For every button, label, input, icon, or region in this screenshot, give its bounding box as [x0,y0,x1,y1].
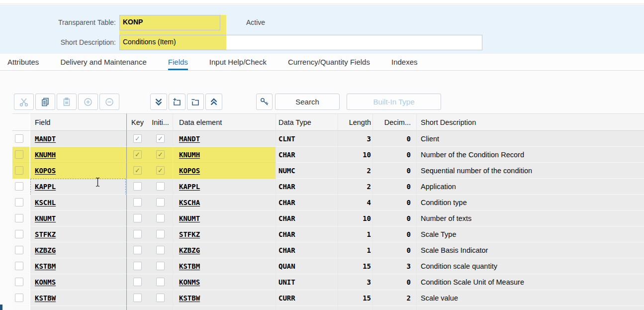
cut-icon [19,97,29,107]
length-value: 1 [367,246,371,254]
data-element-link[interactable]: KSCHA [179,199,200,207]
initial-checkbox[interactable]: ✓ [156,166,165,175]
key-checkbox[interactable] [133,262,142,270]
tab-indexes[interactable]: Indexes [391,54,418,70]
tab-input-help-check[interactable]: Input Help/Check [209,54,267,70]
paste-icon [62,97,72,107]
row-select-checkbox[interactable] [15,230,23,238]
data-element-link[interactable]: KZBZG [179,246,200,254]
initial-checkbox[interactable] [156,230,165,238]
field-link[interactable]: KAPPL [35,183,56,191]
window-corner [0,305,2,310]
data-element-link[interactable]: KNUMT [179,214,200,222]
key-checkbox[interactable]: ✓ [133,166,142,175]
key-checkbox[interactable]: ✓ [133,134,142,143]
row-select-checkbox[interactable] [15,278,23,286]
data-element-link[interactable]: KSTBW [179,294,200,302]
data-element-link[interactable]: KSTBM [179,262,200,270]
tab-attributes[interactable]: Attributes [7,54,39,70]
row-select-checkbox[interactable] [15,214,23,222]
field-link[interactable]: STFKZ [35,230,56,238]
length-value: 15 [363,262,371,270]
data-element-link[interactable]: STFKZ [179,230,200,238]
row-select-checkbox[interactable] [15,166,23,175]
table-row: MANDT✓✓MANDTCLNT30Client [12,131,644,147]
initial-checkbox[interactable] [156,214,165,222]
text-cursor-icon [94,177,101,187]
key-checkbox[interactable] [133,198,142,207]
data-type-value: CHAR [278,246,295,254]
initial-checkbox[interactable]: ✓ [156,134,165,143]
row-select-checkbox[interactable] [15,182,23,191]
insert-row-button[interactable] [169,94,185,110]
key-cell [127,179,148,195]
cut-button[interactable] [14,94,34,110]
field-link[interactable]: KONMS [35,278,56,286]
tab-delivery-and-maintenance[interactable]: Delivery and Maintenance [60,54,146,70]
data-element-link[interactable]: KNUMH [179,151,200,159]
remove-button[interactable] [99,94,119,110]
field-link[interactable]: KZBZG [35,246,56,254]
field-link[interactable]: MANDT [35,135,56,143]
tab-fields[interactable]: Fields [168,54,188,70]
tab-currency-quantity-fields[interactable]: Currency/Quantity Fields [288,54,370,70]
row-select-checkbox[interactable] [15,134,23,143]
row-select-checkbox[interactable] [15,198,23,207]
field-link[interactable]: KSTBM [35,262,56,270]
field-link[interactable]: KOPOS [35,167,56,175]
delete-row-button[interactable] [187,94,204,110]
data-element-link[interactable]: MANDT [179,135,200,143]
data-type-cell: CHAR [276,210,338,226]
initial-checkbox[interactable] [156,198,165,207]
initial-checkbox[interactable] [156,182,165,191]
search-button-label: Search [295,98,319,106]
initial-checkbox[interactable] [156,278,165,286]
table-name-input[interactable]: KONP [119,15,220,30]
initial-checkbox[interactable] [156,294,165,302]
data-type-cell: CHAR [276,147,338,163]
table-row: KNUMTKNUMTCHAR100Number of texts [12,210,644,226]
key-checkbox[interactable]: ✓ [133,150,142,159]
length-value: 15 [363,294,371,302]
delete-row-icon [190,97,200,107]
key-checkbox[interactable] [133,214,142,222]
initial-cell [148,290,173,306]
initial-checkbox[interactable] [156,246,165,254]
builtin-type-button[interactable]: Built-In Type [347,94,441,110]
initial-checkbox[interactable] [156,262,165,270]
data-element-link[interactable]: KONMS [179,278,200,286]
data-element-link[interactable]: KAPPL [179,183,200,191]
short-description-cell: Client [417,131,644,147]
field-link[interactable]: KNUMT [35,214,56,222]
decimals-value: 0 [407,183,411,191]
short-description-input[interactable]: Conditions (Item) [119,35,482,50]
row-select-checkbox[interactable] [15,262,23,270]
row-select-checkbox[interactable] [15,150,23,159]
length-cell: 2 [338,179,373,195]
add-button[interactable] [78,94,98,110]
field-link[interactable]: KSCHL [35,199,56,207]
key-cell [127,274,148,290]
key-cell [127,195,148,210]
key-checkbox[interactable] [133,278,142,286]
paste-button[interactable] [57,94,77,110]
length-cell: 15 [338,290,373,306]
copy-button[interactable] [35,94,55,110]
field-link[interactable]: KNUMH [35,151,56,159]
data-element-link[interactable]: KOPOS [179,167,200,175]
key-checkbox[interactable] [133,230,142,238]
initial-checkbox[interactable]: ✓ [156,150,165,159]
collapse-all-button[interactable] [205,94,222,110]
search-button[interactable]: Search [275,94,340,110]
row-select-checkbox[interactable] [15,294,23,302]
key-checkbox[interactable] [133,246,142,254]
row-select-cell [12,163,30,179]
find-button[interactable] [256,94,273,110]
key-checkbox[interactable] [133,182,142,191]
key-checkbox[interactable] [133,294,142,302]
short-description-value: Scale Type [421,230,456,238]
row-select-checkbox[interactable] [15,246,23,254]
field-link[interactable]: KSTBW [35,294,56,302]
expand-all-button[interactable] [150,94,167,110]
length-value: 2 [367,167,371,175]
